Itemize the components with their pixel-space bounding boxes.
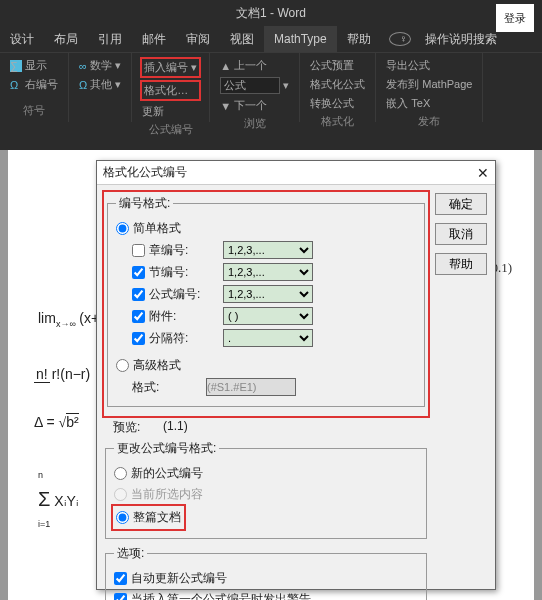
chk-section[interactable]: [132, 266, 145, 279]
preview-label: 预览:: [113, 419, 163, 436]
fieldset-options: 选项: 自动更新公式编号 当插入第一个公式编号时发出警告 当插入公式引用时发出警…: [105, 545, 427, 600]
math-btn[interactable]: ∞ 数学 ▾: [77, 57, 123, 74]
group-label-publish: 发布: [418, 112, 440, 129]
help-search[interactable]: 操作说明搜索: [415, 26, 507, 52]
chk-enclosure[interactable]: [132, 310, 145, 323]
legend-number: 编号格式:: [116, 195, 173, 212]
mathpage-btn[interactable]: 发布到 MathPage: [384, 76, 474, 93]
lightbulb-icon: ♀: [389, 32, 411, 46]
group-label-format: 格式化: [321, 112, 354, 129]
other-btn[interactable]: Ω 其他 ▾: [77, 76, 123, 93]
ribbon-group-format: 公式预置 格式化公式 转换公式 格式化: [300, 53, 376, 122]
cancel-button[interactable]: 取消: [435, 223, 487, 245]
ribbon-group-1b: ∞ 数学 ▾ Ω 其他 ▾: [69, 53, 132, 122]
tex-btn[interactable]: 嵌入 TeX: [384, 95, 474, 112]
tab-references[interactable]: 引用: [88, 26, 132, 52]
right-number-btn[interactable]: Ω右编号: [8, 76, 60, 93]
ribbon: ∑显示 Ω右编号 符号 ∞ 数学 ▾ Ω 其他 ▾ 插入编号 ▾ 格式化… 更新…: [0, 52, 542, 122]
advanced-format-input[interactable]: [206, 378, 296, 396]
group-label-numbering: 公式编号: [149, 120, 193, 137]
radio-new-number[interactable]: [114, 467, 127, 480]
sel-chapter[interactable]: 1,2,3,...: [223, 241, 313, 259]
ribbon-group-numbering: 插入编号 ▾ 格式化… 更新 公式编号: [132, 53, 210, 122]
tab-mathtype[interactable]: MathType: [264, 26, 337, 52]
group-label-symbols: 符号: [23, 101, 45, 118]
opt-warn-first[interactable]: [114, 593, 127, 600]
ok-button[interactable]: 确定: [435, 193, 487, 215]
tab-help[interactable]: 帮助: [337, 26, 381, 52]
update-btn[interactable]: 更新: [140, 103, 201, 120]
eq-fraction: n!r!(n−r): [34, 365, 92, 382]
export-btn[interactable]: 导出公式: [384, 57, 474, 74]
eq-delta: Δ = √b²: [34, 414, 79, 431]
radio-advanced[interactable]: [116, 359, 129, 372]
preview-value: (1.1): [163, 419, 188, 436]
tab-design[interactable]: 设计: [0, 26, 44, 52]
prev-btn[interactable]: ▲ 上一个: [218, 57, 291, 74]
group-label-browse: 浏览: [244, 114, 266, 131]
legend-change: 更改公式编号格式:: [114, 440, 219, 457]
tab-view[interactable]: 视图: [220, 26, 264, 52]
help-button[interactable]: 帮助: [435, 253, 487, 275]
sel-enclosure[interactable]: ( ): [223, 307, 313, 325]
eq-sum: nΣ XᵢYᵢi=1: [38, 470, 79, 528]
radio-simple[interactable]: [116, 222, 129, 235]
format-dialog: 格式化公式编号 ✕ 编号格式: 简单格式 章编号:1,2,3,... 节编号:1…: [96, 160, 496, 590]
ribbon-group-browse: ▲ 上一个 公式 ▾ ▼ 下一个 浏览: [210, 53, 300, 122]
opt-auto-update[interactable]: [114, 572, 127, 585]
legend-options: 选项:: [114, 545, 147, 562]
chk-separator[interactable]: [132, 332, 145, 345]
sel-section[interactable]: 1,2,3,...: [223, 263, 313, 281]
ribbon-group-symbols: ∑显示 Ω右编号 符号: [0, 53, 69, 122]
fieldset-change-format: 更改公式编号格式: 新的公式编号 当前所选内容 整篇文档: [105, 440, 427, 539]
formula-select[interactable]: 公式 ▾: [218, 76, 291, 95]
close-icon[interactable]: ✕: [477, 165, 489, 181]
radio-current-sel: [114, 488, 127, 501]
sel-equation[interactable]: 1,2,3,...: [223, 285, 313, 303]
next-btn[interactable]: ▼ 下一个: [218, 97, 291, 114]
tab-mail[interactable]: 邮件: [132, 26, 176, 52]
fieldset-number-format: 编号格式: 简单格式 章编号:1,2,3,... 节编号:1,2,3,... 公…: [107, 195, 425, 407]
chk-equation[interactable]: [132, 288, 145, 301]
titlebar: 文档1 - Word 登录: [0, 0, 542, 26]
eq-limit: limx→∞ (x+: [38, 310, 99, 329]
convert-eq-btn[interactable]: 转换公式: [308, 95, 367, 112]
preset-btn[interactable]: 公式预置: [308, 57, 367, 74]
insert-number-btn[interactable]: 插入编号 ▾: [140, 57, 201, 78]
window-title: 文档1 - Word: [236, 6, 306, 20]
radio-whole-doc[interactable]: [116, 511, 129, 524]
show-btn[interactable]: ∑显示: [8, 57, 60, 74]
chk-chapter[interactable]: [132, 244, 145, 257]
tab-review[interactable]: 审阅: [176, 26, 220, 52]
ribbon-group-publish: 导出公式 发布到 MathPage 嵌入 TeX 发布: [376, 53, 483, 122]
tab-layout[interactable]: 布局: [44, 26, 88, 52]
dialog-title: 格式化公式编号: [103, 164, 187, 181]
format-number-btn[interactable]: 格式化…: [140, 80, 201, 101]
ribbon-tabs: 设计 布局 引用 邮件 审阅 视图 MathType 帮助 ♀ 操作说明搜索: [0, 26, 542, 52]
sel-separator[interactable]: .: [223, 329, 313, 347]
dialog-titlebar[interactable]: 格式化公式编号 ✕: [97, 161, 495, 185]
format-eq-btn[interactable]: 格式化公式: [308, 76, 367, 93]
login-button[interactable]: 登录: [496, 4, 534, 32]
